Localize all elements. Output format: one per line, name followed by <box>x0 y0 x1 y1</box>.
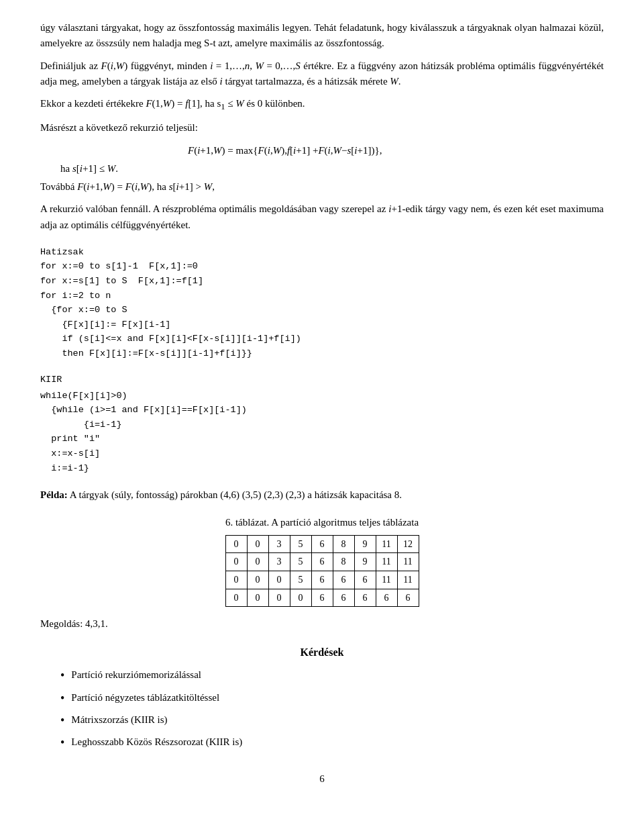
p4-text: Másrészt a következő rekurzió teljesül: <box>40 122 198 133</box>
ha-plus4: +1] ≤ <box>83 163 107 174</box>
recursion-F3: F <box>318 143 324 158</box>
p3-leq: ≤ <box>225 98 235 109</box>
paragraph-2: Definiáljuk az F(i,W) függvényt, minden … <box>40 58 604 90</box>
p2-S: S <box>295 60 301 71</box>
table-cell: 3 <box>268 535 290 553</box>
table-cell: 8 <box>333 553 354 571</box>
table-cell: 0 <box>225 553 247 571</box>
table-cell: 6 <box>311 553 333 571</box>
ha-line: ha s[i+1] ≤ W. <box>60 161 604 177</box>
p3-W4: W <box>163 98 172 109</box>
pelda-block: Példa: A tárgyak (súly, fontosság) párok… <box>40 487 604 503</box>
megoldas-text: Megoldás: 4,3,1. <box>40 618 108 629</box>
code-kiir: while(F[x][i]>0) {while (i>=1 and F[x][i… <box>40 389 604 476</box>
table-row: 000066666 <box>225 589 419 607</box>
pelda-label: Példa: <box>40 489 68 500</box>
table-cell: 0 <box>225 571 247 589</box>
ha-dot2: . <box>115 163 118 174</box>
table-cell: 11 <box>376 553 397 571</box>
tovabba-W10: W <box>103 181 111 192</box>
table-cell: 6 <box>376 589 397 607</box>
table-cell: 9 <box>354 553 376 571</box>
table-cell: 3 <box>268 553 290 571</box>
page-number: 6 <box>40 771 604 787</box>
tovabba-paren3: ) = <box>111 181 125 192</box>
bullet-text: Partíció rekurziómemorizálással <box>71 667 201 683</box>
list-item: •Leghosszabb Közös Részsorozat (KIIR is) <box>60 734 604 751</box>
table-wrapper: 0035689111200356891111000566611110000666… <box>40 535 604 608</box>
recursion-close1: ), <box>281 143 287 158</box>
p2-w-var: W <box>116 60 125 71</box>
p2-end2: tárgyat tartalmazza, és a hátizsák méret… <box>223 76 390 87</box>
table-cell: 0 <box>225 535 247 553</box>
table-cell: 12 <box>397 535 419 553</box>
p3-eq: = <box>174 98 185 109</box>
table-cell: 11 <box>376 571 397 589</box>
p3-W5: W <box>235 98 244 109</box>
rekurzio-vege: A rekurzió valóban fennáll. A részproblé… <box>40 201 604 233</box>
rekurzio-vege-text: A rekurzió valóban fennáll. A részproblé… <box>40 203 388 214</box>
list-item: •Mátrixszorzás (KIIR is) <box>60 712 604 729</box>
p2-W3: W <box>390 76 398 87</box>
recursion-plus2: +1] + <box>296 143 318 158</box>
table-row: 00356891112 <box>225 535 419 553</box>
table-cell: 5 <box>290 535 311 553</box>
paragraph-4: Másrészt a következő rekurzió teljesül: <box>40 120 604 136</box>
p2-eq1: = 1,…, <box>213 60 244 71</box>
megoldas-block: Megoldás: 4,3,1. <box>40 616 604 632</box>
table-cell: 0 <box>247 571 268 589</box>
paragraph-1: úgy választani tárgyakat, hogy az összfo… <box>40 20 604 52</box>
bullet-icon: • <box>60 734 64 751</box>
tovabba-W11: W <box>140 181 149 192</box>
recursion-F2: F <box>258 143 264 158</box>
table-cell: 0 <box>247 553 268 571</box>
list-item: •Partíció rekurziómemorizálással <box>60 667 604 684</box>
table-cell: 9 <box>354 535 376 553</box>
table-cell: 0 <box>290 589 311 607</box>
table-row: 00356891111 <box>225 553 419 571</box>
table-cell: 11 <box>397 571 419 589</box>
tovabba-F: F <box>77 181 83 192</box>
p3-start: Ekkor a kezdeti értékekre <box>40 98 146 109</box>
kerdesek-list: •Partíció rekurziómemorizálással•Partíci… <box>60 667 604 751</box>
p2-start: Definiáljuk az <box>40 60 101 71</box>
bullet-icon: • <box>60 667 64 684</box>
table-cell: 6 <box>354 589 376 607</box>
p2-dot: . <box>398 76 401 87</box>
table-cell: 6 <box>311 535 333 553</box>
code-hatizsak: Hatizsak for x:=0 to s[1]-1 F[x,1]:=0 fo… <box>40 245 604 361</box>
partition-table: 0035689111200356891111000566611110000666… <box>225 535 419 608</box>
recursion-minus: − <box>341 143 347 158</box>
p2-mid: függvényt, minden <box>127 60 210 71</box>
table-row: 00056661111 <box>225 571 419 589</box>
table-cell: 0 <box>268 589 290 607</box>
pelda-text: A tárgyak (súly, fontosság) párokban (4,… <box>70 489 402 500</box>
table-cell: 6 <box>397 589 419 607</box>
p3-paren1: (1, <box>152 98 163 109</box>
table-caption: 6. táblázat. A partíció algoritmus telje… <box>40 515 604 530</box>
page-content: úgy választani tárgyakat, hogy az összfo… <box>40 20 604 787</box>
bullet-text: Leghosszabb Közös Részsorozat (KIIR is) <box>71 734 242 750</box>
tovabba-block: Továbbá F(i+1,W) = F(i,W), ha s[i+1] > W… <box>40 179 604 195</box>
tovabba-plus5: +1, <box>90 181 103 192</box>
table-cell: 8 <box>333 535 354 553</box>
recursion-paren-r: ) = max{ <box>222 143 258 158</box>
p3-end2: és 0 különben. <box>244 98 305 109</box>
recursion-W7: W <box>273 143 282 158</box>
ha-text: ha <box>60 163 72 174</box>
table-cell: 0 <box>247 535 268 553</box>
bullet-text: Partíció négyzetes táblázatkitöltéssel <box>71 690 219 706</box>
table-cell: 0 <box>247 589 268 607</box>
table-cell: 6 <box>354 571 376 589</box>
tovabba-plus6: +1] > <box>179 181 204 192</box>
p2-eq2: = 0,…, <box>264 60 295 71</box>
p3-bracket: [1] <box>188 98 200 109</box>
table-cell: 5 <box>290 553 311 571</box>
list-item: •Partíció négyzetes táblázatkitöltéssel <box>60 690 604 707</box>
table-cell: 0 <box>225 589 247 607</box>
table-cell: 6 <box>311 589 333 607</box>
tovabba-W12: W <box>204 181 213 192</box>
table-cell: 0 <box>268 571 290 589</box>
recursion-line: F(i+1,W) = max{F(i,W), f[i+1] + F(i, W −… <box>40 143 604 158</box>
bullet-text: Mátrixszorzás (KIIR is) <box>71 712 167 728</box>
